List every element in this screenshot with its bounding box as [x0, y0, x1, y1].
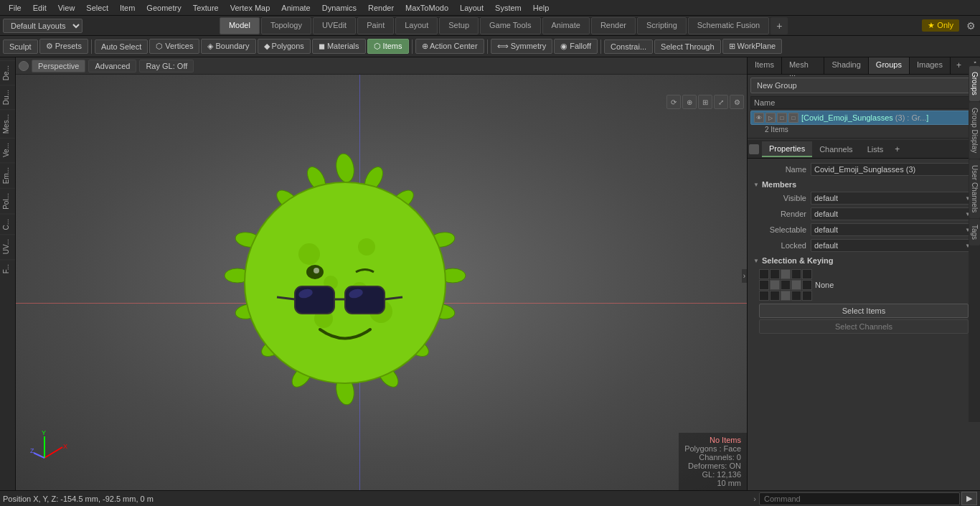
menu-geometry[interactable]: Geometry	[141, 2, 187, 14]
viewport-zoom-icon[interactable]: ⊞	[698, 95, 712, 109]
props-tab-lists[interactable]: Lists	[860, 142, 891, 156]
menu-view[interactable]: View	[52, 2, 81, 14]
menu-texture[interactable]: Texture	[187, 2, 225, 14]
right-side-tab-group-display[interactable]: Group Display	[969, 102, 980, 159]
right-tab-groups[interactable]: Groups	[869, 57, 910, 74]
left-tab-f[interactable]: F...	[0, 259, 15, 278]
menu-dynamics[interactable]: Dynamics	[316, 2, 362, 14]
tab-layout[interactable]: Layout	[395, 17, 438, 34]
props-tab-properties[interactable]: Properties	[762, 141, 812, 157]
prop-selectable-dropdown[interactable]: default	[811, 223, 974, 236]
scene-item-vis-icon[interactable]: □	[788, 113, 798, 123]
tab-paint[interactable]: Paint	[357, 17, 394, 34]
layout-settings-button[interactable]: ⚙	[962, 19, 980, 33]
items-button[interactable]: ⬡ Items	[367, 39, 409, 54]
prop-name-input[interactable]	[811, 163, 974, 176]
menu-file[interactable]: File	[3, 2, 27, 14]
new-group-button[interactable]: New Group	[750, 78, 977, 93]
menu-vertex-map[interactable]: Vertex Map	[225, 2, 276, 14]
left-tab-du[interactable]: Du...	[0, 85, 15, 109]
tab-schematic-fusion[interactable]: Schematic Fusion	[688, 17, 769, 34]
tab-uvedit[interactable]: UVEdit	[313, 17, 356, 34]
select-channels-button[interactable]: Select Channels	[759, 319, 969, 334]
viewport-fit-icon[interactable]: ⤢	[714, 95, 728, 109]
layout-bar: Default Layouts Model Topology UVEdit Pa…	[0, 16, 980, 36]
prop-locked-dropdown[interactable]: default	[811, 239, 974, 252]
menu-edit[interactable]: Edit	[27, 2, 52, 14]
command-input[interactable]	[759, 492, 960, 505]
viewport-settings-icon[interactable]: ⚙	[730, 95, 744, 109]
polygons-button[interactable]: ◆ Polygons	[258, 39, 311, 54]
boundary-button[interactable]: ◈ Boundary	[201, 39, 255, 54]
materials-button[interactable]: ◼ Materials	[312, 39, 366, 54]
scene-item-lock-icon[interactable]: □	[777, 113, 787, 123]
viewport-perspective-btn[interactable]: Perspective	[32, 60, 85, 72]
tab-scripting[interactable]: Scripting	[637, 17, 687, 34]
menu-item[interactable]: Item	[114, 2, 141, 14]
left-tab-pol[interactable]: Pol...	[0, 188, 15, 214]
left-tab-ve[interactable]: Ve...	[0, 138, 15, 161]
right-tab-mesh[interactable]: Mesh ...	[782, 57, 825, 74]
viewport[interactable]: Perspective Advanced Ray GL: Off	[16, 57, 747, 490]
prop-render-dropdown[interactable]: default	[811, 207, 974, 220]
tab-topology[interactable]: Topology	[261, 17, 311, 34]
tab-animate[interactable]: Animate	[542, 17, 590, 34]
tab-game-tools[interactable]: Game Tools	[480, 17, 541, 34]
members-section-header[interactable]: Members	[753, 177, 974, 190]
symmetry-button[interactable]: ⟺ Symmetry	[491, 39, 553, 54]
viewport-pan-icon[interactable]: ⊕	[682, 95, 697, 109]
svg-rect-23	[295, 286, 334, 314]
left-tab-uv[interactable]: UV...	[0, 234, 15, 258]
left-tab-de[interactable]: De...	[0, 60, 15, 85]
viewport-canvas[interactable]: X Y Z ⟳ ⊕ ⊞ ⤢ ⚙ No Items Polygons : Face…	[16, 75, 747, 490]
props-collapse-icon[interactable]	[749, 144, 759, 154]
left-tab-em[interactable]: Em...	[0, 162, 15, 188]
select-items-button[interactable]: Select Items	[759, 304, 969, 318]
menu-system[interactable]: System	[489, 2, 527, 14]
viewport-raygl-btn[interactable]: Ray GL: Off	[139, 60, 194, 72]
menu-select[interactable]: Select	[80, 2, 114, 14]
right-tab-images[interactable]: Images	[910, 57, 951, 74]
add-layout-tab-button[interactable]: +	[771, 17, 788, 34]
right-tab-items[interactable]: Items	[748, 57, 782, 74]
props-tab-channels[interactable]: Channels	[812, 142, 859, 156]
menu-render[interactable]: Render	[362, 2, 400, 14]
right-side-tab-tags[interactable]: Tags	[969, 219, 980, 245]
auto-select-button[interactable]: Auto Select	[95, 39, 148, 54]
menu-layout[interactable]: Layout	[454, 2, 489, 14]
tools-bar: Sculpt ⚙ Presets Auto Select ⬡ Vertices …	[0, 36, 980, 57]
menu-maxtomodo[interactable]: MaxToModo	[400, 2, 454, 14]
left-tab-mes[interactable]: Mes...	[0, 109, 15, 138]
tab-render[interactable]: Render	[591, 17, 636, 34]
viewport-orbit-icon[interactable]: ⟳	[666, 95, 681, 109]
sculpt-button[interactable]: Sculpt	[3, 39, 38, 54]
menu-animate[interactable]: Animate	[275, 2, 316, 14]
falloff-button[interactable]: ◉ Falloff	[554, 39, 598, 54]
vertices-button[interactable]: ⬡ Vertices	[149, 39, 199, 54]
select-through-button[interactable]: Select Through	[654, 39, 720, 54]
prop-visible-dropdown[interactable]: default	[811, 192, 974, 205]
menu-help[interactable]: Help	[527, 2, 555, 14]
scene-item-eye-icon[interactable]: 👁	[754, 113, 764, 123]
props-tab-add[interactable]: +	[890, 141, 904, 157]
command-run-button[interactable]: ▶	[961, 492, 977, 505]
right-side-tab-groups[interactable]: Groups	[969, 66, 980, 101]
right-tab-shading[interactable]: Shading	[824, 57, 868, 74]
left-tab-c[interactable]: C...	[0, 214, 15, 235]
viewport-scroll-btn[interactable]: ›	[742, 269, 747, 283]
action-center-button[interactable]: ⊕ Action Center	[415, 39, 484, 54]
scene-item-covid[interactable]: 👁 ▷ □ □ [Covid_Emoji_Sunglasses (3) : Gr…	[750, 111, 977, 125]
tab-setup[interactable]: Setup	[439, 17, 479, 34]
right-tab-add[interactable]: +	[951, 57, 967, 74]
sel-keying-section-header[interactable]: Selection & Keying	[753, 253, 974, 266]
constraints-button[interactable]: Constrai...	[604, 39, 653, 54]
layout-dropdown[interactable]: Default Layouts	[3, 19, 83, 33]
scene-item-render-icon[interactable]: ▷	[765, 113, 776, 123]
workplane-button[interactable]: ⊞ WorkPlane	[722, 39, 783, 54]
presets-button[interactable]: ⚙ Presets	[39, 39, 88, 54]
viewport-advanced-btn[interactable]: Advanced	[88, 60, 136, 72]
right-side-tab-user-channels[interactable]: User Channels	[969, 159, 980, 218]
tab-model[interactable]: Model	[220, 17, 260, 34]
viewport-menu-icon[interactable]	[19, 61, 29, 71]
star-only-button[interactable]: ★ Only	[922, 19, 959, 32]
